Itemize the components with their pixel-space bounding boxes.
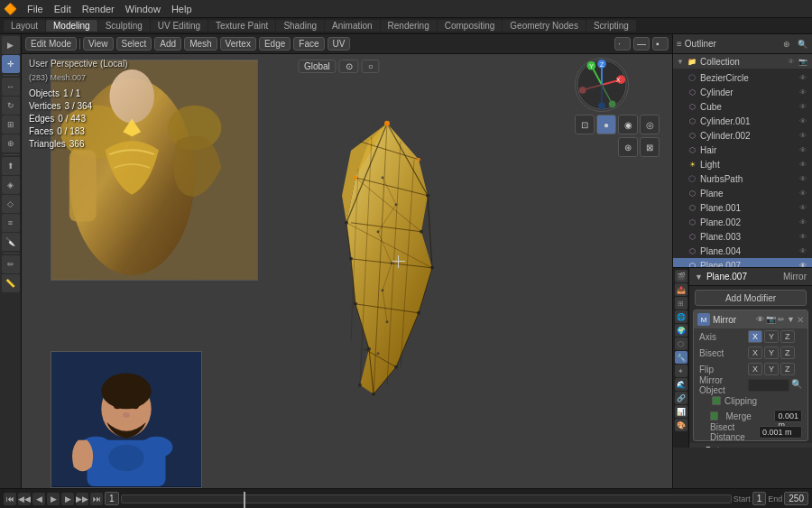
flip-x-btn[interactable]: X <box>748 363 762 375</box>
tree-item-cube[interactable]: ⬡ Cube 👁 <box>673 99 812 114</box>
collection-render-icon[interactable]: 📷 <box>798 57 808 66</box>
render-btn[interactable]: ◎ <box>640 115 660 134</box>
prop-icon-data[interactable]: 📊 <box>675 405 687 418</box>
menu-render[interactable]: Render <box>78 3 119 15</box>
axis-z-btn[interactable]: Z <box>780 330 795 343</box>
edit-mode-dropdown[interactable]: Edit Mode <box>25 37 77 51</box>
tool-annotate[interactable]: ✏ <box>2 255 20 273</box>
flip-z-btn[interactable]: Z <box>780 363 795 375</box>
prop-icon-physics[interactable]: 🌊 <box>675 378 687 391</box>
bisect-x-btn[interactable]: X <box>748 346 762 359</box>
view-menu[interactable]: View <box>83 37 114 51</box>
tool-scale[interactable]: ⊞ <box>2 115 20 134</box>
modifier-realtime-icon[interactable]: 👁 <box>756 315 764 325</box>
axis-y-btn[interactable]: Y <box>764 330 779 343</box>
axis-x-btn[interactable]: X <box>748 330 762 343</box>
tree-item-cylinder002[interactable]: ⬡ Cylinder.002 👁 <box>673 128 812 143</box>
tab-sculpting[interactable]: Sculpting <box>98 20 150 32</box>
select-menu[interactable]: Select <box>116 37 152 51</box>
tree-item-cylinder[interactable]: ⬡ Cylinder 👁 <box>673 85 812 99</box>
tree-item-plane004[interactable]: ⬡ Plane.004 👁 <box>673 244 812 258</box>
snap-dropdown[interactable]: ⊙ <box>339 60 359 73</box>
prop-icon-world[interactable]: 🌍 <box>675 324 687 337</box>
modifier-close-btn[interactable]: ✕ <box>797 315 804 325</box>
overlay-btn[interactable]: ⊛ <box>618 137 638 157</box>
face-menu[interactable]: Face <box>293 37 324 51</box>
tool-knife[interactable]: 🔪 <box>2 233 20 251</box>
flip-y-btn[interactable]: Y <box>764 363 779 375</box>
proportional-btn[interactable]: ○ <box>362 60 380 73</box>
tool-rotate[interactable]: ↻ <box>2 97 20 115</box>
bisect-dist-value[interactable]: 0.001 m <box>759 426 802 439</box>
timeline-track[interactable]: 50 100 150 200 250 <box>121 494 732 503</box>
modifier-card-header[interactable]: M Mirror 👁 📷 ✏ ▼ ✕ <box>694 310 807 328</box>
tab-texture-paint[interactable]: Texture Paint <box>208 20 275 32</box>
nav-gizmo[interactable]: X Y Z <box>575 58 629 112</box>
cube-eye[interactable]: 👁 <box>798 102 808 111</box>
cylinder002-eye[interactable]: 👁 <box>798 131 808 140</box>
add-modifier-btn[interactable]: Add Modifier <box>695 290 807 306</box>
prop-icon-modifier[interactable]: 🔧 <box>675 351 687 364</box>
collection-eye-icon[interactable]: 👁 <box>786 57 797 66</box>
timeline-first-frame[interactable]: ⏮ <box>4 493 16 505</box>
collection-item[interactable]: ▼ 📁 Collection 👁 📷 <box>673 54 812 69</box>
timeline-next-keyframe[interactable]: ▶▶ <box>76 493 88 505</box>
tool-cursor[interactable]: ✛ <box>2 55 20 73</box>
prop-icon-view-layer[interactable]: ⊞ <box>675 297 687 309</box>
tab-compositing[interactable]: Compositing <box>438 20 503 32</box>
prop-icon-constraints[interactable]: 🔗 <box>675 392 687 404</box>
end-frame[interactable]: 250 <box>784 492 808 505</box>
tree-item-plane003[interactable]: ⬡ Plane.003 👁 <box>673 229 812 244</box>
prop-icon-render[interactable]: 🎬 <box>675 270 687 282</box>
timeline-play[interactable]: ▶ <box>47 493 60 505</box>
menu-edit[interactable]: Edit <box>50 3 76 15</box>
outliner-filter-btn[interactable]: ⊛ <box>780 38 793 51</box>
prop-icon-material[interactable]: 🎨 <box>675 419 687 431</box>
tool-transform[interactable]: ⊕ <box>2 134 20 152</box>
prop-icon-scene[interactable]: 🌐 <box>675 310 687 323</box>
plane003-eye[interactable]: 👁 <box>798 232 808 241</box>
tab-layout[interactable]: Layout <box>4 20 45 32</box>
cylinder-eye[interactable]: 👁 <box>798 88 808 97</box>
prop-icon-object[interactable]: ⬡ <box>675 337 687 350</box>
menu-window[interactable]: Window <box>121 3 165 15</box>
tab-shading[interactable]: Shading <box>276 20 324 32</box>
tree-item-hair[interactable]: ⬡ Hair 👁 <box>673 143 812 157</box>
solid-btn[interactable]: ● <box>596 115 616 134</box>
global-dropdown[interactable]: Global <box>298 60 337 73</box>
merge-checkbox[interactable] <box>710 411 718 420</box>
uv-menu[interactable]: UV <box>328 37 351 51</box>
modifier-render-icon[interactable]: 📷 <box>766 315 776 325</box>
tab-scripting[interactable]: Scripting <box>586 20 636 32</box>
vertex-select-mode[interactable]: · <box>614 37 631 51</box>
tool-move[interactable]: ↔ <box>2 78 20 96</box>
tree-item-nurbspath[interactable]: 〇 NurbsPath 👁 <box>673 171 812 186</box>
vertex-menu[interactable]: Vertex <box>220 37 256 51</box>
tree-item-beziercircle[interactable]: 〇 BezierCircle 👁 <box>673 70 812 85</box>
tab-geometry-nodes[interactable]: Geometry Nodes <box>503 20 586 32</box>
mirror-object-value[interactable] <box>748 379 789 392</box>
timeline-last-frame[interactable]: ⏭ <box>90 493 103 505</box>
tree-item-plane[interactable]: ⬡ Plane 👁 <box>673 186 812 200</box>
mirror-object-dropper[interactable]: 🔍 <box>791 379 802 392</box>
menu-help[interactable]: Help <box>167 3 197 15</box>
material-btn[interactable]: ◉ <box>618 115 638 134</box>
tab-animation[interactable]: Animation <box>325 20 379 32</box>
wireframe-btn[interactable]: ⊡ <box>575 115 595 134</box>
prop-icon-output[interactable]: 📤 <box>675 283 687 296</box>
xray-btn[interactable]: ⊠ <box>640 137 660 157</box>
center-viewport[interactable]: Edit Mode View Select Add Mesh Vertex Ed… <box>22 34 672 488</box>
outliner-search-btn[interactable]: 🔍 <box>796 38 808 51</box>
face-select-mode[interactable]: ▪ <box>652 37 669 51</box>
clipping-checkbox[interactable] <box>712 396 721 405</box>
current-frame[interactable]: 1 <box>105 492 119 505</box>
prop-icon-particles[interactable]: ✦ <box>675 365 687 377</box>
plane001-eye[interactable]: 👁 <box>798 203 808 212</box>
tool-loop-cut[interactable]: ≡ <box>2 214 20 232</box>
tree-item-plane007[interactable]: ⬡ Plane.007 👁 <box>673 258 812 267</box>
tree-item-cylinder001[interactable]: ⬡ Cylinder.001 👁 <box>673 114 812 128</box>
merge-value[interactable]: 0.001 m <box>774 410 802 422</box>
timeline-prev-frame[interactable]: ◀ <box>32 493 45 505</box>
timeline-next-frame[interactable]: ▶ <box>61 493 74 505</box>
tool-select[interactable]: ▶ <box>2 36 20 54</box>
